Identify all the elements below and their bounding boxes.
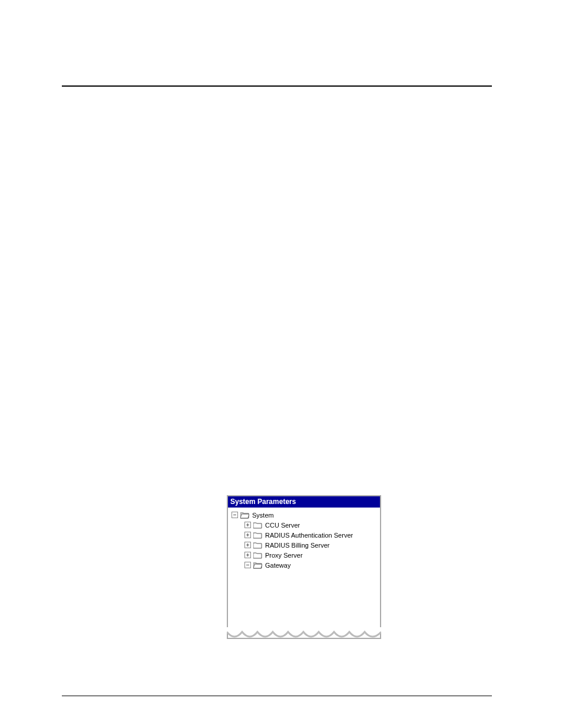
expand-icon[interactable] [244, 542, 251, 548]
tree-node-radius-billing[interactable]: RADIUS Billing Server [244, 540, 380, 550]
tree-label: RADIUS Authentication Server [265, 532, 353, 539]
tree-label: Gateway [265, 562, 290, 569]
torn-edge-icon [227, 627, 381, 644]
expand-icon[interactable] [244, 552, 251, 558]
folder-closed-icon [253, 522, 262, 529]
tree-node-proxy[interactable]: Proxy Server [244, 550, 380, 560]
tree: System CCU Server RADIUS Authentication … [228, 508, 380, 570]
tree-label: Proxy Server [265, 552, 303, 559]
top-rule [62, 85, 492, 87]
expand-icon[interactable] [244, 532, 251, 538]
folder-closed-icon [253, 542, 262, 549]
folder-open-icon [253, 562, 262, 569]
tree-node-ccu[interactable]: CCU Server [244, 520, 380, 530]
tree-node-gateway[interactable]: Gateway [244, 560, 380, 570]
collapse-icon[interactable] [244, 562, 251, 568]
expand-icon[interactable] [244, 522, 251, 528]
tree-label: CCU Server [265, 522, 300, 529]
tree-label: System [252, 512, 274, 519]
collapse-icon[interactable] [232, 512, 238, 518]
page: System Parameters System CCU Server [0, 0, 562, 728]
folder-closed-icon [253, 532, 262, 539]
panel-titlebar: System Parameters [228, 496, 380, 508]
tree-label: RADIUS Billing Server [265, 542, 329, 549]
system-parameters-panel: System Parameters System CCU Server [227, 495, 381, 639]
panel-title: System Parameters [230, 498, 296, 506]
folder-closed-icon [253, 552, 262, 559]
tree-node-radius-auth[interactable]: RADIUS Authentication Server [244, 530, 380, 540]
folder-open-icon [240, 512, 249, 519]
bottom-rule [62, 696, 492, 696]
tree-node-system[interactable]: System [232, 510, 380, 520]
